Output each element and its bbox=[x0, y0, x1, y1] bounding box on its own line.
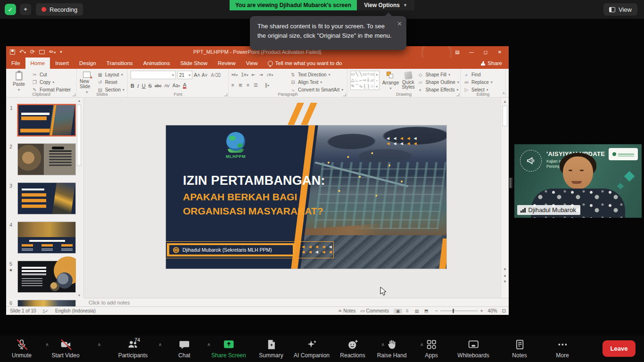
close-window-icon[interactable]: ✕ bbox=[493, 49, 507, 55]
shape-brace-left-icon[interactable]: { bbox=[363, 83, 367, 90]
shape-brace-right-icon[interactable]: } bbox=[367, 83, 371, 90]
ai-companion-button[interactable]: AI Companion bbox=[294, 338, 330, 359]
align-right-icon[interactable]: ≡ bbox=[247, 82, 249, 88]
shape-triangle-icon[interactable]: △ bbox=[351, 77, 355, 83]
collapse-ribbon-icon[interactable]: ˄ bbox=[503, 91, 505, 96]
shape-arrow-down-icon[interactable]: ⇩ bbox=[367, 77, 371, 83]
slide-thumbnail-4[interactable]: 4 bbox=[17, 222, 76, 254]
slideshow-view-icon[interactable]: ⬒ bbox=[422, 309, 430, 313]
shapes-scroll[interactable]: ▲▪▼ bbox=[374, 71, 379, 90]
font-color-button[interactable]: A bbox=[183, 82, 186, 89]
participants-chevron[interactable]: ˄ bbox=[159, 342, 162, 347]
zoom-out-icon[interactable]: − bbox=[435, 308, 438, 313]
columns-icon[interactable]: ∥▾ bbox=[265, 82, 269, 88]
clear-formatting-icon[interactable]: A⌫ bbox=[211, 73, 221, 78]
chat-button[interactable]: Chat ˄ bbox=[178, 338, 190, 359]
quick-styles-button[interactable]: Quick Styles bbox=[402, 71, 414, 90]
summary-button[interactable]: Summary bbox=[259, 338, 283, 359]
language-label[interactable]: English (Indonesia) bbox=[55, 308, 96, 313]
thumbnail-scrollbar[interactable]: ▲▼ bbox=[76, 98, 83, 298]
tell-me-box[interactable]: Tell me what you want to do bbox=[263, 60, 347, 66]
new-slide-button[interactable]: New Slide ▾ bbox=[80, 71, 94, 94]
slide-thumbnail-3[interactable]: 3 bbox=[17, 182, 76, 214]
reading-view-icon[interactable]: ▤ bbox=[413, 309, 421, 313]
character-spacing-button[interactable]: AV bbox=[164, 83, 169, 88]
font-name-input[interactable]: ▾ bbox=[131, 71, 176, 79]
apps-button[interactable]: Apps bbox=[425, 338, 438, 359]
ribbon-display-icon[interactable]: ▤ bbox=[450, 49, 464, 55]
share-button[interactable]: Share bbox=[477, 58, 506, 69]
tab-review[interactable]: Review bbox=[213, 58, 241, 69]
scrollbar-thumb[interactable] bbox=[503, 106, 507, 126]
slide-thumbnail-2[interactable]: 2 bbox=[17, 143, 76, 175]
zoom-knob[interactable] bbox=[453, 309, 454, 313]
zoom-in-icon[interactable]: + bbox=[480, 308, 483, 313]
raise-hand-button[interactable]: Raise Hand ˄ bbox=[377, 338, 407, 359]
raise-hand-chevron[interactable]: ˄ bbox=[421, 342, 423, 347]
align-center-icon[interactable]: ≣ bbox=[239, 82, 242, 88]
more-button[interactable]: More bbox=[556, 338, 569, 359]
arrange-button[interactable]: Arrange▾ bbox=[382, 71, 399, 90]
zoom-percent[interactable]: 40% bbox=[488, 308, 497, 313]
decrease-indent-icon[interactable]: ⇤ bbox=[252, 72, 256, 77]
tab-view[interactable]: View bbox=[241, 58, 263, 69]
notes-pane[interactable]: Click to add notes bbox=[84, 298, 509, 306]
layout-button[interactable]: ▦Layout▾ bbox=[97, 72, 124, 78]
audio-options-chevron[interactable]: ˄ bbox=[46, 342, 49, 347]
whiteboards-button[interactable]: Whiteboards bbox=[457, 338, 489, 359]
shape-line-icon[interactable]: ╲ bbox=[355, 71, 359, 77]
font-dialog-launcher[interactable] bbox=[224, 93, 227, 96]
shape-round-rect-icon[interactable]: ▭ bbox=[370, 71, 374, 77]
paste-button[interactable]: Paste ▾ bbox=[9, 71, 29, 92]
slide-thumbnail-1[interactable]: 1 bbox=[17, 104, 76, 136]
start-video-button[interactable]: Start Video ˄ bbox=[51, 338, 79, 359]
panel-resize-handle[interactable] bbox=[510, 178, 513, 188]
shape-arc-icon[interactable]: ⌒ bbox=[355, 83, 359, 90]
editor-scrollbar[interactable]: ▲ ▼▲▼ bbox=[501, 98, 509, 298]
share-screen-button[interactable]: Share Screen bbox=[211, 338, 246, 359]
underline-button[interactable]: U bbox=[142, 83, 146, 89]
leave-button[interactable]: Leave bbox=[603, 340, 636, 357]
bullets-icon[interactable]: •≡▾ bbox=[231, 72, 238, 77]
shape-arrow-line-icon[interactable]: ╲ bbox=[359, 71, 363, 77]
justify-icon[interactable]: ☰ bbox=[254, 82, 258, 88]
tab-slideshow[interactable]: Slide Show bbox=[175, 58, 213, 69]
shape-elbow2-icon[interactable]: ⌐ bbox=[359, 77, 363, 83]
shrink-font-icon[interactable]: A˅ bbox=[202, 73, 208, 78]
normal-view-icon[interactable]: ▣ bbox=[394, 309, 402, 313]
shape-textbox-icon[interactable]: ▭ bbox=[351, 71, 355, 77]
ai-sparkle-icon[interactable]: ✦ bbox=[20, 4, 31, 15]
reset-button[interactable]: ↺Reset bbox=[97, 79, 124, 85]
prev-next-slide-buttons[interactable]: ▼▲▼ bbox=[501, 266, 509, 285]
replace-button[interactable]: abReplace▾ bbox=[463, 79, 493, 85]
shape-outline-button[interactable]: ▱Shape Outline▾ bbox=[417, 79, 459, 85]
shapes-gallery[interactable]: ▭╲╲▭○▭ △∟⌐⇨⇩▱ ✎⌒∿{}☆ ▲▪▼ bbox=[350, 71, 380, 90]
notes-button[interactable]: Notes bbox=[512, 338, 527, 359]
minimize-icon[interactable]: — bbox=[464, 49, 479, 55]
comments-toggle[interactable]: ▭ Comments bbox=[360, 308, 389, 313]
slide-thumbnail-5[interactable]: 5 ★ bbox=[17, 261, 76, 293]
shape-arrow-right-icon[interactable]: ⇨ bbox=[363, 77, 367, 83]
tab-home[interactable]: Home bbox=[25, 58, 50, 69]
tab-animations[interactable]: Animations bbox=[138, 58, 175, 69]
clipboard-dialog-launcher[interactable] bbox=[73, 93, 75, 96]
line-spacing-icon[interactable]: ↕≡▾ bbox=[266, 72, 273, 77]
view-options-button[interactable]: View Options ▼ bbox=[357, 0, 414, 10]
chat-chevron[interactable]: ˄ bbox=[207, 342, 210, 347]
align-text-button[interactable]: ⊟Align Text▾ bbox=[290, 79, 343, 85]
shape-oval-icon[interactable]: ○ bbox=[367, 71, 371, 77]
zoom-slider[interactable]: − + bbox=[435, 308, 483, 313]
grow-font-icon[interactable]: A˄ bbox=[194, 72, 200, 78]
font-size-input[interactable]: 21▾ bbox=[177, 71, 192, 79]
tab-file[interactable]: File bbox=[6, 58, 25, 69]
align-left-icon[interactable]: ≡ bbox=[231, 82, 234, 88]
restore-icon[interactable]: ◻ bbox=[479, 49, 493, 55]
shape-star-icon[interactable]: ☆ bbox=[370, 83, 374, 90]
close-icon[interactable]: ✕ bbox=[397, 19, 402, 29]
slide-canvas[interactable]: MLHPPM IZIN PERTAMBANGAN: APAKAH BERKAH … bbox=[166, 125, 446, 269]
find-button[interactable]: ⌕Find bbox=[463, 72, 493, 78]
drawing-dialog-launcher[interactable] bbox=[456, 93, 459, 96]
tab-insert[interactable]: Insert bbox=[50, 58, 74, 69]
increase-indent-icon[interactable]: ⇥ bbox=[259, 72, 263, 77]
italic-button[interactable]: I bbox=[137, 83, 139, 89]
